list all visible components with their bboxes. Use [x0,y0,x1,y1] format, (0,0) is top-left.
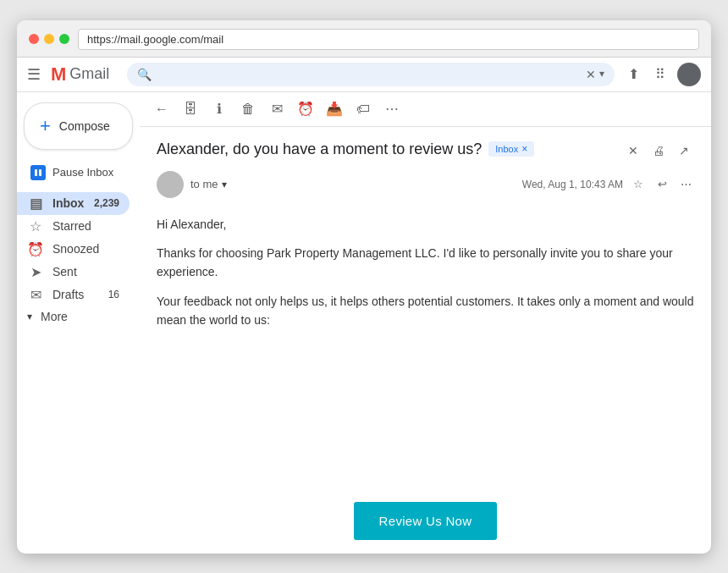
inbox-icon: ▤ [27,196,44,212]
sidebar-label-drafts: Drafts [52,288,100,301]
compose-plus-icon: + [40,115,51,137]
sidebar-label-snoozed: Snoozed [52,242,119,256]
sidebar-label-starred: Starred [52,219,119,233]
compose-label: Compose [59,119,110,133]
sender-avatar [157,171,184,198]
pause-icon [30,165,46,180]
topbar-right: ⬆ ⠿ [623,63,701,86]
star-message-button[interactable]: ☆ [630,176,647,193]
more-email-options-button[interactable]: ⋯ [677,176,694,193]
delete-button[interactable]: 🗑 [236,97,260,121]
drafts-icon: ✉ [27,287,44,303]
search-controls: ✕ ▾ [586,68,604,81]
email-header-actions: ✕ 🖨 ↗ [623,140,694,161]
email-view: Alexander, do you have a moment to revie… [140,127,711,554]
compose-button[interactable]: + Compose [24,102,133,150]
email-timestamp-section: Wed, Aug 1, 10:43 AM ☆ ↩ ⋯ [522,176,694,193]
mail-button[interactable]: ✉ [265,97,289,121]
snooze-toolbar-button[interactable]: ⏰ [294,97,317,121]
url-bar[interactable] [78,29,699,50]
gmail-topbar: ☰ M Gmail 🔍 ✕ ▾ ⬆ ⠿ [17,58,711,92]
inbox-count: 2,239 [94,197,119,209]
badge-close-icon[interactable]: × [521,143,527,155]
gmail-logo: M Gmail [51,63,119,85]
gmail-container: ☰ M Gmail 🔍 ✕ ▾ ⬆ ⠿ [17,58,711,554]
sidebar-label-sent: Sent [52,265,119,278]
close-email-button[interactable]: ✕ [623,140,643,161]
search-input[interactable] [157,68,581,81]
sidebar-item-starred[interactable]: ☆ Starred [17,215,130,238]
email-sender: to me ▾ [157,171,227,198]
apps-icon[interactable]: ⠿ [650,64,670,85]
snooze-icon: ⏰ [27,241,44,257]
more-options-button[interactable]: ⋯ [380,97,404,121]
sidebar-item-drafts[interactable]: ✉ Drafts 16 [17,284,130,306]
sidebar-item-inbox[interactable]: ▤ Inbox 2,239 [17,192,130,215]
email-header-row: Alexander, do you have a moment to revie… [157,140,694,161]
chevron-down-icon: ▾ [27,311,32,322]
email-toolbar: ← 🗄 ℹ 🗑 ✉ ⏰ 📥 🏷 ⋯ [140,92,711,127]
gmail-m-icon: M [51,63,66,85]
new-window-button[interactable]: ↗ [674,140,694,161]
alert-button[interactable]: ℹ [207,97,231,121]
sidebar-item-sent[interactable]: ➤ Sent [17,261,130,284]
to-me-label: to me [190,178,218,190]
reply-icon[interactable]: ↩ [654,176,670,193]
back-button[interactable]: ← [150,97,174,121]
sidebar-item-snoozed[interactable]: ⏰ Snoozed [17,238,130,261]
body-greeting: Hi Alexander, [157,215,694,234]
sidebar: + Compose Pause Inbox ▤ Inbox 2,23 [17,92,140,554]
star-icon: ☆ [27,218,44,234]
body-para1: Thanks for choosing Park Property Manage… [157,244,694,282]
sender-info: to me ▾ [190,178,227,190]
browser-window: ☰ M Gmail 🔍 ✕ ▾ ⬆ ⠿ [17,20,711,554]
email-area: ← 🗄 ℹ 🗑 ✉ ⏰ 📥 🏷 ⋯ Alexander, do you have… [140,92,711,554]
maximize-button[interactable] [59,34,69,44]
review-us-now-button[interactable]: Review Us Now [354,502,498,540]
badge-label: Inbox [495,144,518,154]
search-clear-icon[interactable]: ✕ [586,68,596,81]
gmail-body: + Compose Pause Inbox ▤ Inbox 2,23 [17,92,711,554]
email-subject: Alexander, do you have a moment to revie… [157,140,482,158]
sent-icon: ➤ [27,264,44,280]
menu-icon[interactable]: ☰ [27,67,42,82]
email-body: Hi Alexander, Thanks for choosing Park P… [157,215,694,485]
minimize-button[interactable] [44,34,54,44]
traffic-lights [29,34,69,44]
close-button[interactable] [29,34,39,44]
pause-inbox-button[interactable]: Pause Inbox [20,160,136,185]
email-meta: to me ▾ Wed, Aug 1, 10:43 AM ☆ ↩ ⋯ [157,171,694,198]
drafts-count: 16 [108,289,119,300]
gmail-label: Gmail [69,65,109,83]
sidebar-more-button[interactable]: ▾ More [17,306,140,327]
email-badge: Inbox × [488,141,534,157]
search-bar[interactable]: 🔍 ✕ ▾ [127,63,615,86]
pause-inbox-label: Pause Inbox [52,166,113,179]
search-filter-icon[interactable]: ▾ [599,68,604,81]
email-subject-line: Alexander, do you have a moment to revie… [157,140,534,158]
email-timestamp: Wed, Aug 1, 10:43 AM [522,179,623,190]
label-button[interactable]: 🏷 [351,97,375,121]
support-icon[interactable]: ⬆ [623,64,643,85]
archive-button[interactable]: 🗄 [179,97,202,121]
avatar[interactable] [677,63,701,86]
sidebar-label-inbox: Inbox [52,196,85,210]
print-button[interactable]: 🖨 [648,140,669,161]
search-icon: 🔍 [137,68,152,81]
browser-titlebar [17,20,711,58]
move-button[interactable]: 📥 [323,97,346,121]
sender-dropdown-icon[interactable]: ▾ [222,179,227,190]
review-btn-container: Review Us Now [157,502,694,540]
body-para2: Your feedback not only helps us, it help… [157,292,694,330]
more-label: More [41,310,68,323]
